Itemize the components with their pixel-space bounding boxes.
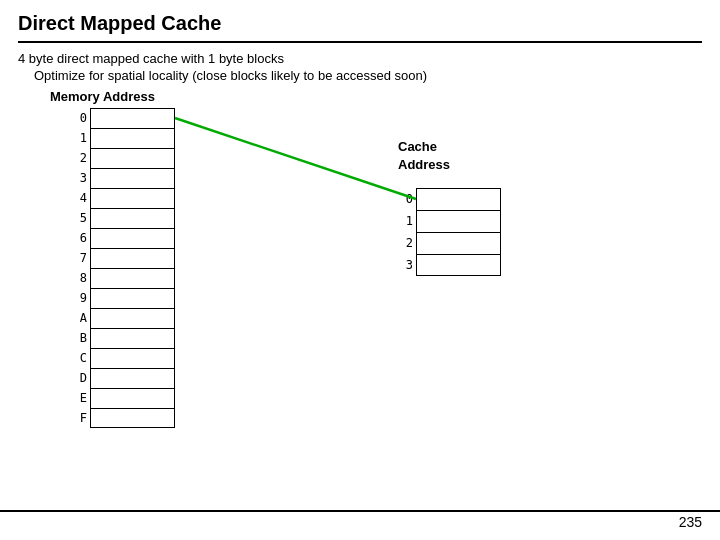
memory-row-cell [90, 148, 175, 168]
memory-row-cell [90, 288, 175, 308]
memory-row: D [68, 368, 178, 388]
memory-row-label: 8 [68, 271, 90, 285]
memory-row-cell [90, 228, 175, 248]
memory-row: 0 [68, 108, 178, 128]
cache-row-cell [416, 188, 501, 210]
svg-line-0 [175, 118, 416, 199]
memory-row: 2 [68, 148, 178, 168]
bottom-border [0, 510, 720, 512]
memory-row-cell [90, 208, 175, 228]
page: Direct Mapped Cache 4 byte direct mapped… [0, 0, 720, 540]
memory-row-label: A [68, 311, 90, 325]
memory-row-label: E [68, 391, 90, 405]
memory-row: 1 [68, 128, 178, 148]
memory-row-label: B [68, 331, 90, 345]
cache-row: 3 [398, 254, 518, 276]
cache-row-label: 3 [398, 258, 416, 272]
cache-row: 2 [398, 232, 518, 254]
memory-row-cell [90, 188, 175, 208]
cache-address-label: Cache Address [398, 138, 450, 174]
memory-row-label: 6 [68, 231, 90, 245]
memory-row-label: 7 [68, 251, 90, 265]
memory-row-cell [90, 328, 175, 348]
memory-row-cell [90, 268, 175, 288]
memory-row-label: 3 [68, 171, 90, 185]
memory-row-cell [90, 168, 175, 188]
diagram-area: 0123456789ABCDEF Cache Address 0123 [18, 108, 702, 468]
page-number: 235 [679, 514, 702, 530]
memory-row-label: F [68, 411, 90, 425]
memory-row-cell [90, 108, 175, 128]
memory-row-cell [90, 388, 175, 408]
memory-row: A [68, 308, 178, 328]
memory-row-label: 4 [68, 191, 90, 205]
memory-row: 6 [68, 228, 178, 248]
memory-row-cell [90, 308, 175, 328]
memory-row: C [68, 348, 178, 368]
memory-row: 3 [68, 168, 178, 188]
memory-row-cell [90, 408, 175, 428]
memory-row-label: 0 [68, 111, 90, 125]
memory-row: B [68, 328, 178, 348]
memory-row: 4 [68, 188, 178, 208]
memory-row-cell [90, 348, 175, 368]
cache-row-cell [416, 232, 501, 254]
cache-row-label: 0 [398, 192, 416, 206]
memory-row-label: D [68, 371, 90, 385]
memory-row: 7 [68, 248, 178, 268]
cache-row-label: 1 [398, 214, 416, 228]
memory-row-cell [90, 368, 175, 388]
cache-row-label: 2 [398, 236, 416, 250]
memory-row-label: 2 [68, 151, 90, 165]
memory-row-label: 1 [68, 131, 90, 145]
memory-row: 9 [68, 288, 178, 308]
page-title: Direct Mapped Cache [18, 12, 221, 34]
memory-row-label: C [68, 351, 90, 365]
memory-row: E [68, 388, 178, 408]
memory-row: 8 [68, 268, 178, 288]
memory-row-label: 5 [68, 211, 90, 225]
memory-row-label: 9 [68, 291, 90, 305]
memory-row-cell [90, 128, 175, 148]
memory-row-cell [90, 248, 175, 268]
subtitle1: 4 byte direct mapped cache with 1 byte b… [18, 51, 702, 66]
memory-table: 0123456789ABCDEF [68, 108, 178, 428]
cache-row: 0 [398, 188, 518, 210]
cache-row-cell [416, 210, 501, 232]
memory-row: 5 [68, 208, 178, 228]
cache-row-cell [416, 254, 501, 276]
cache-row: 1 [398, 210, 518, 232]
cache-table: 0123 [398, 188, 518, 276]
memory-row: F [68, 408, 178, 428]
memory-address-label: Memory Address [50, 89, 702, 104]
subtitle2: Optimize for spatial locality (close blo… [34, 68, 702, 83]
title-bar: Direct Mapped Cache [18, 12, 702, 43]
